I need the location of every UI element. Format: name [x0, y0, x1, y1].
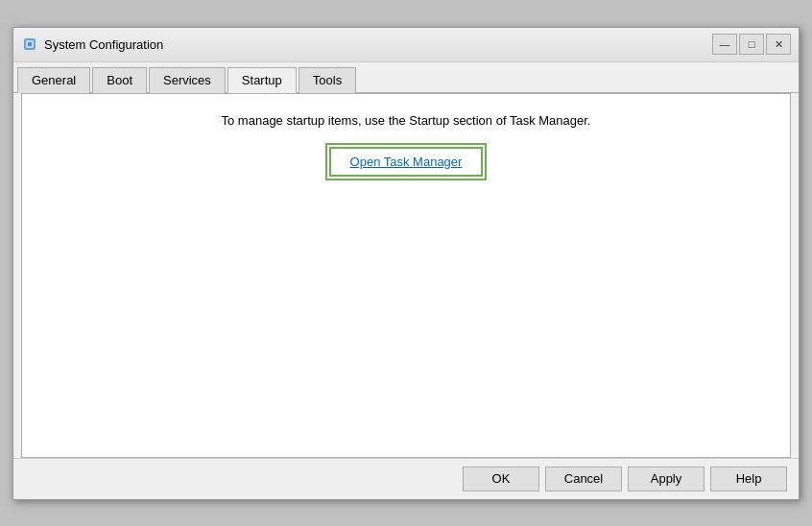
- system-configuration-window: System Configuration — □ ✕ General Boot …: [12, 27, 800, 500]
- window-title: System Configuration: [44, 37, 712, 52]
- open-task-manager-button[interactable]: Open Task Manager: [329, 147, 484, 177]
- cancel-button[interactable]: Cancel: [545, 466, 622, 491]
- close-button[interactable]: ✕: [766, 34, 791, 55]
- title-bar-controls: — □ ✕: [712, 34, 791, 55]
- tab-bar: General Boot Services Startup Tools: [13, 62, 799, 93]
- svg-rect-2: [28, 42, 32, 46]
- tab-services[interactable]: Services: [149, 67, 226, 93]
- bottom-bar: OK Cancel Apply Help: [13, 458, 799, 499]
- tab-tools[interactable]: Tools: [299, 67, 356, 93]
- maximize-button[interactable]: □: [739, 34, 764, 55]
- window-icon: [21, 36, 38, 53]
- info-text: To manage startup items, use the Startup…: [222, 113, 591, 128]
- ok-button[interactable]: OK: [463, 466, 539, 491]
- title-bar: System Configuration — □ ✕: [13, 28, 799, 62]
- tab-startup[interactable]: Startup: [227, 67, 297, 93]
- apply-button[interactable]: Apply: [628, 466, 705, 491]
- content-area: To manage startup items, use the Startup…: [21, 93, 791, 458]
- help-button[interactable]: Help: [710, 466, 787, 491]
- minimize-button[interactable]: —: [712, 34, 737, 55]
- tab-boot[interactable]: Boot: [92, 67, 147, 93]
- tab-general[interactable]: General: [17, 67, 90, 93]
